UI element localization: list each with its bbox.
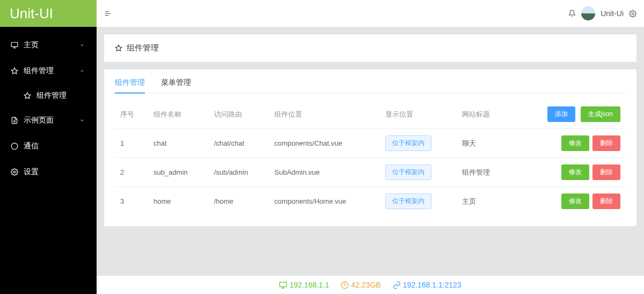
sidebar: Unit-UI 主页 组件管理 [0, 0, 97, 294]
edit-button[interactable]: 修改 [561, 164, 589, 180]
sidebar-subitem-components[interactable]: 组件管理 [0, 84, 97, 107]
cell-loc: SubAdmin.vue [269, 158, 380, 187]
sidebar-item-label: 示例页面 [24, 116, 54, 125]
svg-marker-4 [24, 92, 31, 98]
cell-idx: 2 [115, 158, 148, 187]
chevron-up-icon [78, 67, 86, 75]
components-table: 序号 组件名称 访问路由 组件位置 显示位置 网站标题 添加 生成json [115, 100, 626, 216]
bell-icon[interactable] [568, 10, 576, 17]
gen-json-button[interactable]: 生成json [581, 106, 620, 122]
footer-ip: 192.168.1.1 [279, 281, 329, 289]
edit-button[interactable]: 修改 [561, 193, 589, 209]
edit-button[interactable]: 修改 [561, 135, 589, 151]
col-loc: 组件位置 [269, 100, 380, 129]
pos-tag[interactable]: 位于框架内 [385, 135, 431, 151]
table-row: 3home/homecomponents/Home.vue位于框架内主页修改删除 [115, 187, 626, 216]
col-pos: 显示位置 [380, 100, 457, 129]
cell-actions: 修改删除 [509, 187, 626, 216]
table-card: 组件管理 菜单管理 序号 组件名称 访问路由 组件位置 显示位置 网站标题 [104, 69, 636, 226]
pos-tag[interactable]: 位于框架内 [385, 193, 431, 209]
menu-toggle-icon[interactable] [104, 10, 112, 17]
star-icon [115, 45, 122, 52]
cell-route: /chat/chat [209, 129, 269, 158]
sidebar-item-components[interactable]: 组件管理 [0, 58, 97, 84]
cell-actions: 修改删除 [509, 158, 626, 187]
avatar[interactable] [581, 6, 595, 20]
sidebar-subitem-label: 组件管理 [36, 91, 67, 101]
tab-components[interactable]: 组件管理 [115, 73, 145, 93]
col-idx: 序号 [115, 100, 148, 129]
brand-logo: Unit-UI [0, 0, 97, 27]
footer: 192.168.1.1 42.23GB 192.168.1.1:2123 [97, 276, 644, 294]
sidebar-item-label: 主页 [24, 40, 39, 50]
cell-loc: components/Home.vue [269, 187, 380, 216]
delete-button[interactable]: 删除 [592, 135, 620, 151]
cell-pos: 位于框架内 [380, 158, 457, 187]
cell-idx: 1 [115, 129, 148, 158]
tab-menus[interactable]: 菜单管理 [161, 73, 191, 93]
chat-icon [11, 142, 18, 150]
cell-route: /home [209, 187, 269, 216]
cell-pos: 位于框架内 [380, 129, 457, 158]
svg-point-11 [13, 171, 16, 173]
sidebar-item-comm[interactable]: 通信 [0, 133, 97, 159]
page-title: 组件管理 [127, 43, 159, 53]
cell-name: sub_admin [148, 158, 209, 187]
svg-point-15 [632, 12, 634, 15]
sidebar-item-label: 通信 [24, 141, 39, 151]
cell-idx: 3 [115, 187, 148, 216]
table-row: 1chat/chat/chatcomponents/Chat.vue位于框架内聊… [115, 129, 626, 158]
sidebar-item-label: 设置 [24, 167, 39, 177]
cell-name: home [148, 187, 209, 216]
svg-rect-0 [11, 42, 18, 47]
chevron-down-icon [78, 117, 86, 124]
footer-storage: 42.23GB [341, 281, 380, 289]
username: Unit-Ui [601, 9, 624, 18]
cell-title: 组件管理 [457, 158, 509, 187]
settings-gear-icon[interactable] [629, 10, 636, 17]
pos-tag[interactable]: 位于框架内 [385, 164, 431, 180]
sidebar-item-home[interactable]: 主页 [0, 32, 97, 58]
col-title: 网站标题 [457, 100, 509, 129]
col-name: 组件名称 [148, 100, 209, 129]
col-actions: 添加 生成json [509, 100, 626, 129]
cell-loc: components/Chat.vue [269, 129, 380, 158]
footer-addr: 192.168.1.1:2123 [393, 281, 462, 289]
sidebar-item-example[interactable]: 示例页面 [0, 107, 97, 133]
header: Unit-Ui [97, 0, 644, 27]
delete-button[interactable]: 删除 [592, 164, 620, 180]
svg-marker-16 [115, 45, 122, 51]
sidebar-menu: 主页 组件管理 [0, 27, 97, 294]
cell-actions: 修改删除 [509, 129, 626, 158]
svg-marker-3 [11, 68, 18, 74]
tabs: 组件管理 菜单管理 [115, 69, 626, 94]
star-icon [24, 92, 31, 99]
document-icon [11, 117, 18, 124]
delete-button[interactable]: 删除 [592, 193, 620, 209]
monitor-icon [11, 41, 18, 49]
svg-rect-17 [280, 282, 287, 286]
svg-point-7 [11, 143, 18, 149]
table-row: 2sub_admin/sub/adminSubAdmin.vue位于框架内组件管… [115, 158, 626, 187]
chevron-down-icon [78, 41, 86, 49]
add-button[interactable]: 添加 [547, 106, 575, 122]
gear-icon [11, 168, 18, 176]
star-icon [11, 67, 18, 75]
cell-name: chat [148, 129, 209, 158]
cell-title: 主页 [457, 187, 509, 216]
cell-title: 聊天 [457, 129, 509, 158]
cell-pos: 位于框架内 [380, 187, 457, 216]
cell-route: /sub/admin [209, 158, 269, 187]
sidebar-item-label: 组件管理 [24, 66, 54, 76]
sidebar-item-settings[interactable]: 设置 [0, 159, 97, 185]
title-card: 组件管理 [104, 34, 636, 62]
col-route: 访问路由 [209, 100, 269, 129]
